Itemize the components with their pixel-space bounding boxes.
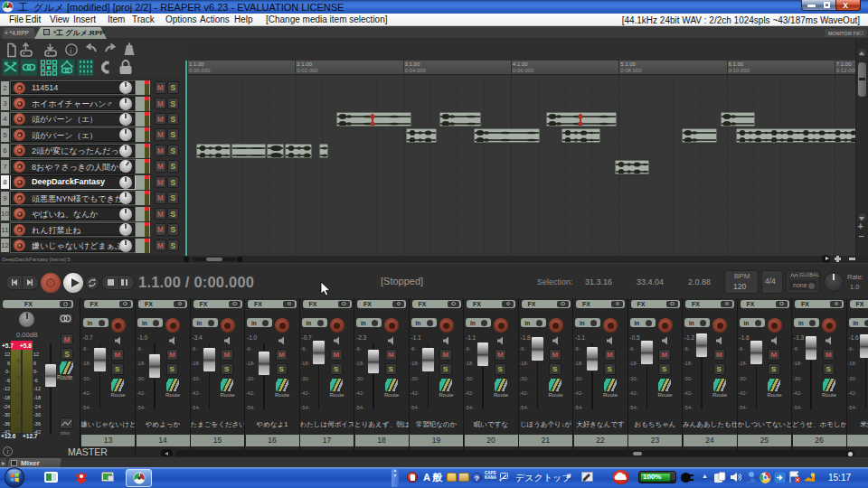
svg-text:i: i [70,46,72,55]
